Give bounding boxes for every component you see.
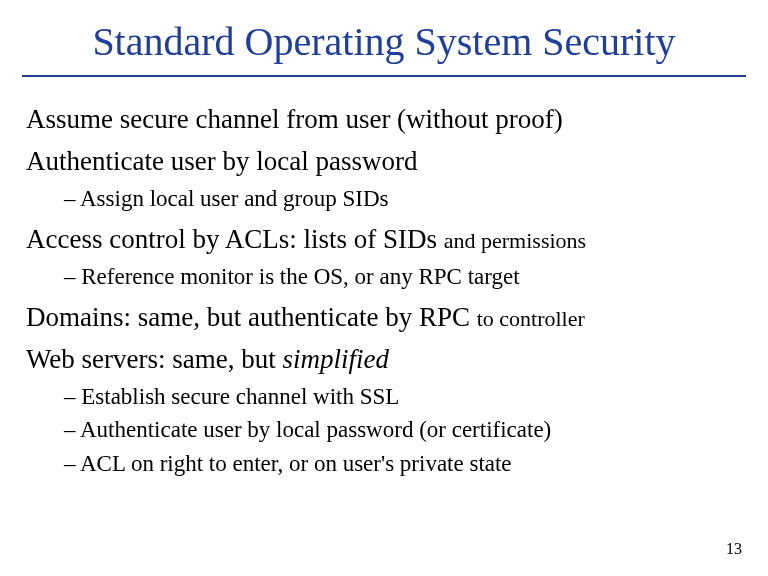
bullet-main: Access control by ACLs: lists of SIDs an… — [26, 221, 746, 257]
page-number: 13 — [726, 540, 742, 558]
slide-body: Assume secure channel from user (without… — [22, 101, 746, 480]
bullet-main: Authenticate user by local password — [26, 143, 746, 179]
bullet-sub: Establish secure channel with SSL — [82, 380, 746, 413]
bullet-sub: Reference monitor is the OS, or any RPC … — [82, 260, 746, 293]
bullet-main: Assume secure channel from user (without… — [26, 101, 746, 137]
bullet-sub: Assign local user and group SIDs — [82, 182, 746, 215]
slide-title: Standard Operating System Security — [22, 18, 746, 77]
bullet-main: Web servers: same, but simplified — [26, 341, 746, 377]
bullet-sub: ACL on right to enter, or on user's priv… — [82, 447, 746, 480]
bullet-sub: Authenticate user by local password (or … — [82, 413, 746, 446]
bullet-main: Domains: same, but authenticate by RPC t… — [26, 299, 746, 335]
